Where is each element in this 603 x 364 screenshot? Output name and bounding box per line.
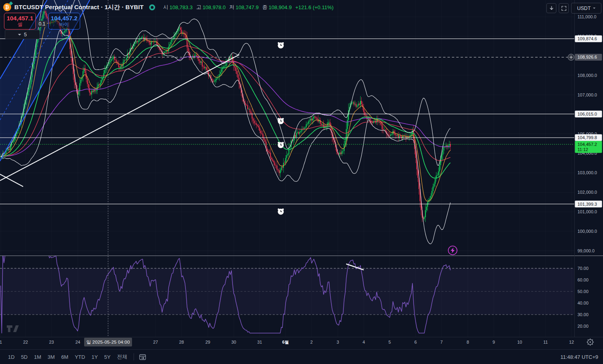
- svg-text:29: 29: [205, 340, 210, 344]
- chevron-down-icon: [18, 34, 21, 35]
- btc-logo-icon[interactable]: ₿: [3, 3, 11, 11]
- symbol-title[interactable]: BTCUSDT Perpetual Contract · 1시간 · BYBIT: [14, 4, 144, 11]
- sell-label: 셀: [18, 22, 22, 28]
- svg-text:4: 4: [363, 340, 365, 344]
- price-alert-icon[interactable]: [278, 209, 284, 215]
- trading-chart-window: 111,000.0110,000.0108,000.0107,000.0105,…: [0, 0, 603, 364]
- fullscreen-icon: [561, 6, 567, 11]
- sell-price: 104,457.1: [7, 15, 34, 22]
- svg-text:106,015.0: 106,015.0: [577, 112, 597, 116]
- svg-text:24: 24: [75, 340, 80, 344]
- svg-text:101,399.3: 101,399.3: [577, 202, 597, 207]
- svg-text:2: 2: [310, 340, 313, 344]
- svg-text:108,926.6: 108,926.6: [577, 55, 597, 59]
- chart-canvas[interactable]: 111,000.0110,000.0108,000.0107,000.0105,…: [0, 0, 603, 364]
- svg-text:10: 10: [517, 340, 522, 344]
- high-value: 108,978.0: [203, 4, 226, 10]
- svg-text:28: 28: [179, 340, 184, 344]
- open-value: 108,783.3: [169, 4, 193, 10]
- range-button-5D[interactable]: 5D: [18, 352, 31, 362]
- range-button-6M[interactable]: 6M: [58, 352, 71, 362]
- change-value: +121.6 (+0.11%): [295, 4, 333, 10]
- svg-text:31: 31: [257, 340, 262, 344]
- range-button-전체[interactable]: 전체: [114, 352, 130, 362]
- close-label: 종: [262, 4, 268, 11]
- svg-text:7: 7: [440, 340, 443, 344]
- calendar-icon: [139, 354, 146, 360]
- svg-text:103,000.0: 103,000.0: [577, 170, 597, 175]
- svg-text:27: 27: [153, 340, 158, 344]
- currency-value: USDT: [577, 6, 591, 11]
- svg-text:109,874.6: 109,874.6: [577, 36, 597, 41]
- svg-text:102,000.0: 102,000.0: [577, 190, 597, 195]
- price-alert-icon[interactable]: [278, 42, 284, 49]
- high-label: 고: [196, 4, 201, 11]
- arrow-down-icon: [549, 6, 554, 11]
- svg-text:30.00: 30.00: [577, 312, 589, 317]
- svg-text:5: 5: [388, 340, 391, 344]
- axis-settings-gear-icon[interactable]: [587, 338, 594, 346]
- level-price-label: 104,799.8: [575, 134, 602, 141]
- currency-dropdown[interactable]: USDT: [571, 3, 601, 14]
- toolbar-divider: [134, 353, 134, 360]
- add-alert-plus-button[interactable]: [568, 54, 574, 60]
- range-button-1D[interactable]: 1D: [5, 352, 18, 362]
- svg-text:70.00: 70.00: [577, 266, 589, 271]
- low-value: 108,747.9: [236, 4, 259, 10]
- svg-text:6: 6: [414, 340, 417, 344]
- svg-text:50.00: 50.00: [577, 289, 589, 294]
- range-button-YTD[interactable]: YTD: [71, 352, 88, 362]
- svg-text:107,000.0: 107,000.0: [577, 92, 597, 97]
- svg-text:111,000.0: 111,000.0: [577, 14, 596, 19]
- level-price-label: 101,399.3: [575, 201, 602, 207]
- current-price-label: 104,457.211:12: [575, 141, 602, 153]
- low-label: 저: [229, 4, 235, 11]
- bar-countdown: 11:12: [577, 147, 588, 152]
- svg-text:11: 11: [543, 340, 548, 344]
- spread-value: 0.1: [37, 21, 47, 27]
- svg-text:108,000.0: 108,000.0: [577, 73, 597, 78]
- buy-price: 104,457.2: [51, 15, 77, 22]
- svg-text:104,799.8: 104,799.8: [577, 135, 597, 140]
- level-price-label: 108,926.6: [575, 54, 602, 61]
- svg-text:6월: 6월: [282, 340, 289, 344]
- svg-text:20.00: 20.00: [577, 324, 589, 329]
- crosshair-date-label: 일 2025-05-25 04:00: [84, 338, 132, 346]
- buy-button[interactable]: 104,457.2 바이: [48, 13, 80, 30]
- range-button-1Y[interactable]: 1Y: [88, 352, 101, 362]
- price-alert-icon[interactable]: [278, 142, 284, 148]
- level-price-label: 106,015.0: [575, 110, 602, 117]
- depth-value: 5: [24, 31, 27, 37]
- svg-text:100,000.0: 100,000.0: [577, 229, 597, 234]
- svg-text:22: 22: [23, 340, 28, 344]
- range-button-3M[interactable]: 3M: [44, 352, 58, 362]
- svg-text:12: 12: [569, 340, 574, 344]
- open-label: 시: [163, 4, 168, 11]
- level-price-label: 109,874.6: [575, 35, 602, 42]
- go-to-date-button[interactable]: [137, 353, 148, 361]
- svg-text:99,000.0: 99,000.0: [577, 248, 595, 253]
- toolbar-ranges: 1D5D1M3M6MYTD1Y5Y전체: [5, 352, 130, 362]
- tradingview-logo[interactable]: [6, 323, 19, 333]
- svg-text:8: 8: [467, 340, 469, 344]
- buy-label: 바이: [59, 22, 69, 28]
- fullscreen-button[interactable]: [559, 3, 569, 13]
- top-right-controls: USDT: [546, 3, 601, 14]
- svg-text:9: 9: [493, 340, 495, 344]
- order-panel: 104,457.1 셀 0.1 104,457.2 바이: [4, 13, 80, 30]
- depth-dropdown[interactable]: 5: [5, 30, 40, 39]
- svg-text:101,000.0: 101,000.0: [577, 209, 597, 214]
- scroll-to-recent-button[interactable]: [546, 3, 556, 13]
- session-clock[interactable]: 11:48:47 UTC+9: [560, 354, 598, 360]
- price-alert-icon[interactable]: [278, 118, 284, 124]
- chevron-down-icon: [593, 8, 595, 9]
- range-button-1M[interactable]: 1M: [31, 352, 44, 362]
- ohlc-readout: 시 108,783.3 고 108,978.0 저 108,747.9 종 10…: [163, 4, 333, 11]
- close-value: 108,904.9: [269, 4, 292, 10]
- svg-text:3: 3: [337, 340, 339, 344]
- svg-text:1: 1: [0, 340, 2, 344]
- market-status-icon[interactable]: [149, 4, 155, 10]
- sell-button[interactable]: 104,457.1 셀: [4, 13, 36, 30]
- range-button-5Y[interactable]: 5Y: [101, 352, 114, 362]
- svg-text:104,457.2: 104,457.2: [577, 142, 597, 147]
